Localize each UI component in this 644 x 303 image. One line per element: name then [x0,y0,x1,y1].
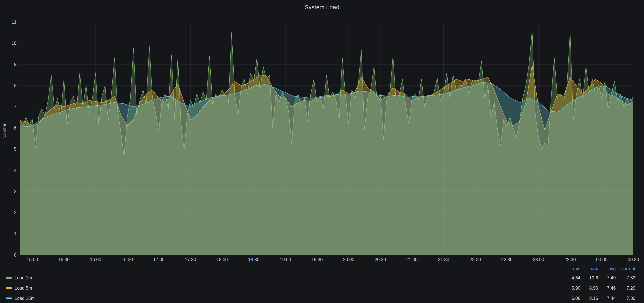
legend-stat-min: 5.90 [563,286,580,291]
chart-plot-area[interactable] [20,22,634,255]
x-tick-label: 23:00 [533,257,544,262]
legend-series-name[interactable]: Load 1m [14,275,32,280]
legend-swatch-icon[interactable] [6,277,12,279]
x-tick-label: 16:00 [90,257,101,262]
y-tick-label: 6 [14,125,16,131]
y-tick-label: 2 [14,210,16,215]
series-area-load-15m [20,82,634,255]
legend-name-cell: Load 1m [6,275,563,280]
legend-header-avg[interactable]: avg [598,266,616,271]
legend-stat-min: 4.64 [563,275,580,280]
x-tick-label: 22:30 [501,257,512,262]
x-tick-label: 15:30 [58,257,70,262]
legend-series-name[interactable]: Load 15m [14,296,34,301]
y-tick-label: 8 [14,83,16,88]
x-tick-label: 22:00 [470,257,481,262]
x-tick-label: 00:30 [628,257,639,262]
x-tick-label: 17:00 [153,257,165,262]
legend-row[interactable]: Load 15m6.068.167.447.30 [0,293,644,303]
legend-swatch-icon[interactable] [6,298,12,299]
plot-svg[interactable] [20,22,634,255]
legend-series-name[interactable]: Load 5m [14,286,32,291]
y-tick-label: 0 [14,252,16,258]
legend-stat-max: 8.16 [580,296,598,301]
legend-stat-avg: 7.49 [598,275,616,280]
x-tick-label: 17:30 [185,257,196,262]
legend-stat-max: 10.6 [580,275,598,280]
y-tick-label: 5 [14,146,16,152]
legend-row[interactable]: Load 1m4.6410.67.497.53 [0,273,644,283]
y-tick-label: 7 [14,104,16,110]
page-title: System Load [0,4,644,10]
x-tick-label: 18:00 [216,257,228,262]
legend: minmaxavgcurrent Load 1m4.6410.67.497.53… [0,264,644,303]
legend-swatch-icon[interactable] [6,287,12,289]
legend-header-row: minmaxavgcurrent [0,264,644,273]
x-tick-label: 16:30 [122,257,133,262]
x-tick-label: 19:00 [280,257,291,262]
legend-stat-avg: 7.46 [598,286,616,291]
y-axis: 01234567891011 [0,22,18,255]
y-tick-label: 9 [14,62,16,67]
legend-stat-current: 7.53 [616,275,635,280]
legend-stat-current: 7.30 [616,296,635,301]
legend-header-max[interactable]: max [580,266,598,271]
x-tick-label: 19:30 [312,257,323,262]
legend-name-cell: Load 5m [6,286,563,291]
legend-row[interactable]: Load 5m5.908.967.467.20 [0,283,644,293]
y-tick-label: 10 [12,40,16,46]
x-tick-label: 18:30 [248,257,260,262]
legend-stat-min: 6.06 [563,296,580,301]
y-tick-label: 1 [14,231,16,236]
legend-header-current[interactable]: current [616,266,635,271]
x-tick-label: 20:30 [375,257,386,262]
x-axis: 15:0015:3016:0016:3017:0017:3018:0018:30… [20,257,634,265]
legend-stat-max: 8.96 [580,286,598,291]
legend-header-min[interactable]: min [563,266,580,271]
legend-stat-current: 7.20 [616,286,635,291]
y-tick-label: 3 [14,189,16,194]
y-tick-label: 11 [12,20,16,25]
x-tick-label: 20:00 [343,257,354,262]
x-tick-label: 23:30 [564,257,576,262]
x-tick-label: 15:00 [27,257,38,262]
legend-stat-avg: 7.44 [598,296,616,301]
x-tick-label: 21:30 [438,257,449,262]
x-tick-label: 21:00 [406,257,418,262]
legend-name-cell: Load 15m [6,296,563,301]
y-tick-label: 4 [14,168,16,173]
x-tick-label: 00:00 [596,257,608,262]
